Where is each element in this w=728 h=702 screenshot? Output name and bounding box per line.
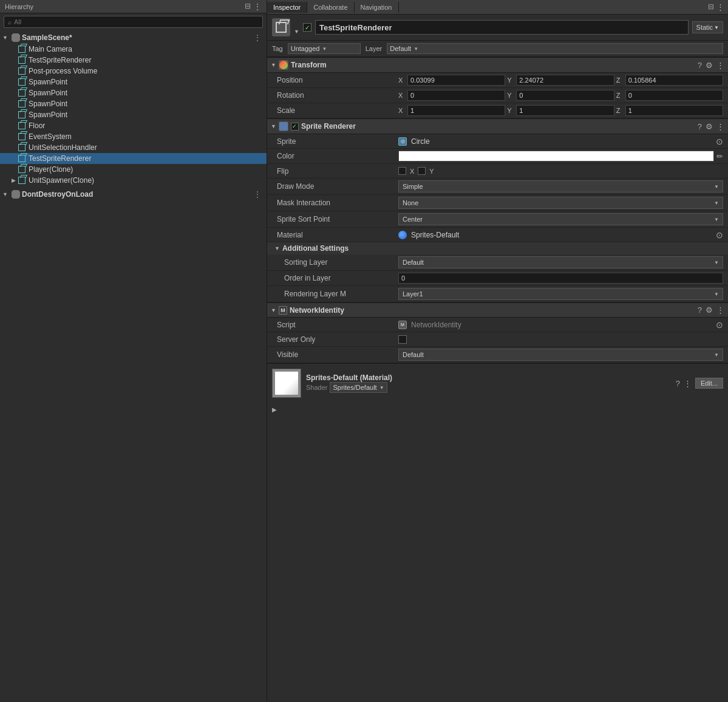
mask-interaction-value-text: None <box>403 199 418 206</box>
sprite-renderer-enabled-checkbox[interactable]: ✓ <box>291 123 299 131</box>
cube-icon <box>17 176 27 185</box>
position-x-input[interactable] <box>407 75 505 86</box>
sprite-value: ◎ Circle ⊙ <box>398 137 723 146</box>
list-item[interactable]: Player(Clone) <box>0 164 267 175</box>
sprite-renderer-menu-icon[interactable]: ⋮ <box>716 122 724 131</box>
list-item[interactable]: Post-process Volume <box>0 66 267 77</box>
object-enabled-checkbox[interactable]: ✓ <box>303 23 311 32</box>
list-item[interactable]: SpawnPoint <box>0 109 267 120</box>
sprite-renderer-help-icon[interactable]: ? <box>698 122 702 131</box>
list-item[interactable]: ▶ UnitSpawner(Clone) <box>0 175 267 186</box>
transform-settings-icon[interactable]: ⚙ <box>706 61 713 70</box>
position-z-input[interactable] <box>625 75 723 86</box>
list-item[interactable]: SpawnPoint <box>0 98 267 109</box>
hierarchy-scene-item[interactable]: ▼ SampleScene* ⋮ <box>0 32 267 44</box>
tab-menu-icon[interactable]: ⋮ <box>716 2 724 12</box>
material-target-icon[interactable]: ⊙ <box>716 230 723 240</box>
transform-section-icons: ? ⚙ ⋮ <box>698 61 724 70</box>
eyedropper-icon[interactable]: ✏ <box>716 152 723 161</box>
material-menu-icon[interactable]: ⋮ <box>684 379 692 388</box>
static-button[interactable]: Static ▼ <box>692 21 723 33</box>
list-item[interactable]: Floor <box>0 120 267 131</box>
bottom-expand-icon[interactable]: ▶ <box>272 406 277 413</box>
sprite-value-text: Circle <box>411 137 711 146</box>
mask-interaction-dropdown[interactable]: None ▼ <box>398 197 723 209</box>
tab-navigation[interactable]: Navigation <box>355 2 399 13</box>
network-identity-menu-icon[interactable]: ⋮ <box>716 305 724 315</box>
tab-layout-icon[interactable]: ⊟ <box>708 2 714 12</box>
rotation-z-label: Z <box>616 92 624 99</box>
script-target-icon[interactable]: ⊙ <box>716 320 723 330</box>
transform-section-header[interactable]: ▼ Transform ? ⚙ ⋮ <box>267 57 728 73</box>
rotation-x-input[interactable] <box>407 90 505 101</box>
color-field[interactable] <box>398 151 714 162</box>
sprite-sort-point-dropdown[interactable]: Center ▼ <box>398 213 723 225</box>
scale-y-input[interactable] <box>516 105 614 116</box>
tab-collaborate[interactable]: Collaborate <box>307 2 354 13</box>
position-y-input[interactable] <box>516 75 614 86</box>
scale-x-input[interactable] <box>407 105 505 116</box>
scale-x-label: X <box>398 107 406 114</box>
sprite-target-icon[interactable]: ⊙ <box>716 137 723 146</box>
mask-interaction-row: Mask Interaction None ▼ <box>267 195 728 211</box>
transform-menu-icon[interactable]: ⋮ <box>716 61 724 70</box>
material-edit-button[interactable]: Edit... <box>695 378 723 389</box>
network-identity-help-icon[interactable]: ? <box>698 305 702 315</box>
tab-inspector[interactable]: Inspector <box>267 2 307 13</box>
rendering-layer-dropdown[interactable]: Layer1 ▼ <box>398 288 723 300</box>
sprite-renderer-section-header[interactable]: ▼ ✓ Sprite Renderer ? ⚙ ⋮ <box>267 118 728 134</box>
cube-icon <box>17 66 27 76</box>
additional-settings-header[interactable]: ▼ Additional Settings <box>267 242 728 254</box>
inspector-content: ▼ ✓ Static ▼ Tag Untagged ▼ Layer Defaul… <box>267 15 728 702</box>
sprite-renderer-arrow-icon: ▼ <box>271 123 276 129</box>
material-info: Sprites-Default (Material) Shader Sprite… <box>306 373 671 393</box>
list-item[interactable]: SpawnPoint <box>0 87 267 98</box>
list-item[interactable]: TestSpriteRenderer <box>0 55 267 66</box>
hierarchy-search-input[interactable] <box>14 18 259 26</box>
order-in-layer-label: Order in Layer <box>284 274 398 282</box>
material-shader-dropdown[interactable]: Sprites/Default ▼ <box>330 382 387 393</box>
server-only-checkbox[interactable] <box>398 335 407 344</box>
sprite-renderer-section-icons: ? ⚙ ⋮ <box>698 122 724 131</box>
tag-dropdown[interactable]: Untagged ▼ <box>288 43 361 54</box>
scale-label: Scale <box>277 106 398 115</box>
cube-icon <box>17 99 27 109</box>
rotation-z-input[interactable] <box>625 90 723 101</box>
rotation-y-input[interactable] <box>516 90 614 101</box>
network-identity-settings-icon[interactable]: ⚙ <box>706 305 713 315</box>
flip-x-checkbox[interactable] <box>398 167 406 175</box>
list-item[interactable]: EventSystem <box>0 131 267 142</box>
object-icon-arrow: ▼ <box>294 29 299 35</box>
sprite-renderer-settings-icon[interactable]: ⚙ <box>706 122 713 131</box>
scale-z-input[interactable] <box>625 105 723 116</box>
cube-icon <box>17 121 27 131</box>
position-row: Position X Y Z <box>267 73 728 88</box>
hierarchy-dontdestroy-item[interactable]: ▼ DontDestroyOnLoad ⋮ <box>0 188 267 200</box>
list-item[interactable]: SpawnPoint <box>0 77 267 87</box>
list-item[interactable]: Main Camera <box>0 44 267 55</box>
material-help-icon[interactable]: ? <box>676 379 680 388</box>
hierarchy-panel: Hierarchy ⊟ ⋮ ⌕ ▼ SampleScene* ⋮ Main Ca… <box>0 0 267 702</box>
draw-mode-dropdown[interactable]: Simple ▼ <box>398 180 723 193</box>
transform-help-icon[interactable]: ? <box>698 61 702 70</box>
sorting-layer-dropdown[interactable]: Default ▼ <box>398 256 723 268</box>
color-label: Color <box>277 152 398 160</box>
order-in-layer-input[interactable] <box>398 273 723 284</box>
visible-value-text: Default <box>403 351 424 358</box>
hierarchy-menu-icon[interactable]: ⋮ <box>253 2 262 12</box>
dontdestroy-menu-icon[interactable]: ⋮ <box>253 189 262 199</box>
position-x-label: X <box>398 77 406 84</box>
list-item[interactable]: UnitSelectionHandler <box>0 142 267 153</box>
cube-icon <box>17 132 27 141</box>
script-value: M NetworkIdentity ⊙ <box>398 320 723 330</box>
hierarchy-lock-icon[interactable]: ⊟ <box>245 2 251 12</box>
material-section: Sprites-Default (Material) Shader Sprite… <box>267 363 728 403</box>
network-identity-section-header[interactable]: ▼ M NetworkIdentity ? ⚙ ⋮ <box>267 302 728 318</box>
layer-dropdown[interactable]: Default ▼ <box>387 43 723 54</box>
object-name-input[interactable] <box>315 20 689 35</box>
flip-y-checkbox[interactable] <box>418 167 426 175</box>
list-item[interactable]: TestSpriteRenderer <box>0 153 267 164</box>
scene-menu-icon[interactable]: ⋮ <box>253 33 262 43</box>
visible-dropdown[interactable]: Default ▼ <box>398 349 723 361</box>
object-header: ▼ ✓ Static ▼ <box>267 15 728 41</box>
